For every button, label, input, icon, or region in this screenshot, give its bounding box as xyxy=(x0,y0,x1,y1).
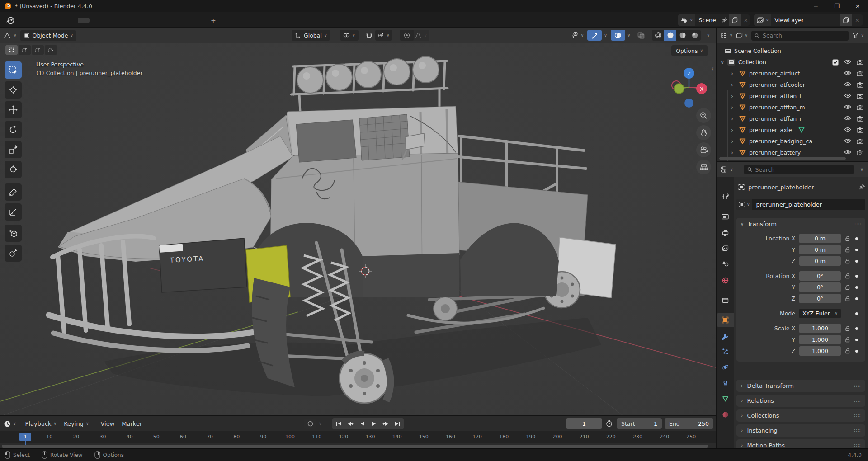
tab-material[interactable] xyxy=(717,408,734,421)
lock-icon[interactable] xyxy=(845,273,851,279)
object-name-field[interactable]: prerunner_plateholder xyxy=(752,199,865,210)
timeline-editor-type-button[interactable]: ∨ xyxy=(4,420,16,428)
panel-drag-handle[interactable]: ∷∷ xyxy=(854,413,861,418)
timeline-ruler[interactable]: 1020304050607080901001101201301401501601… xyxy=(0,431,716,443)
viewport-3d-canvas[interactable]: TOYOTA xyxy=(0,43,716,416)
collapsed-panel-header[interactable]: › Delta Transform ∷∷ xyxy=(736,380,865,392)
menu-item[interactable] xyxy=(47,18,57,23)
expand-icon[interactable]: › xyxy=(731,81,736,88)
pivot-point-dropdown[interactable]: ∨ xyxy=(340,30,359,41)
keying-menu[interactable]: Keying∨ xyxy=(60,419,92,429)
tab-view-layer[interactable] xyxy=(717,242,734,255)
workspace-tab[interactable] xyxy=(113,18,125,23)
transform-panel-header[interactable]: ∨ Transform ∷∷ xyxy=(736,218,865,230)
divider[interactable] xyxy=(716,161,868,162)
viewport-menu-item[interactable] xyxy=(95,34,104,38)
frame-start-field[interactable]: Start1 xyxy=(617,418,662,429)
outliner-search-input[interactable] xyxy=(762,32,845,39)
outliner-scrollbar[interactable] xyxy=(719,157,846,160)
jump-to-end-button[interactable] xyxy=(392,419,403,428)
zoom-button[interactable] xyxy=(696,108,711,123)
collapsed-panel-header[interactable]: › Collections ∷∷ xyxy=(736,409,865,422)
outliner-object-row[interactable]: › prerunner_atffan_m xyxy=(717,102,868,113)
play-reverse-button[interactable] xyxy=(357,419,368,428)
transform-value-field[interactable]: 0°∨ xyxy=(799,282,841,292)
transform-value-field[interactable]: 0°∨ xyxy=(799,271,841,281)
collapsed-panel-header[interactable]: › Relations ∷∷ xyxy=(736,395,865,407)
lock-icon[interactable] xyxy=(845,348,851,354)
stopwatch-icon[interactable] xyxy=(606,420,613,427)
outliner-collection-row[interactable]: ∨ Collection xyxy=(717,56,868,68)
viewport-3d[interactable]: TOYOTA xyxy=(0,43,716,416)
lock-icon[interactable] xyxy=(845,337,851,343)
panel-drag-handle[interactable]: ∷∷ xyxy=(854,398,861,403)
prev-keyframe-button[interactable] xyxy=(345,419,356,428)
hide-in-viewport-eye-icon[interactable] xyxy=(844,150,851,155)
hide-in-viewport-eye-icon[interactable] xyxy=(844,82,851,88)
measure-tool[interactable] xyxy=(5,203,22,221)
workspace-tab[interactable] xyxy=(125,18,137,23)
disable-in-renders-camera-icon[interactable] xyxy=(857,71,863,76)
auto-keying-toggle[interactable]: ∨ xyxy=(304,419,322,429)
navigation-gizmo[interactable]: Z X xyxy=(668,66,710,108)
disable-in-renders-camera-icon[interactable] xyxy=(857,93,863,99)
select-mode-invert-button[interactable] xyxy=(45,45,57,55)
disable-in-renders-camera-icon[interactable] xyxy=(857,138,863,144)
expand-icon[interactable]: › xyxy=(731,70,736,77)
outliner-object-row[interactable]: › prerunner_atffan_l xyxy=(717,90,868,102)
keyframe-dot[interactable] xyxy=(855,297,858,300)
menu-item[interactable] xyxy=(37,18,47,23)
transform-value-field[interactable]: 0 m∨ xyxy=(799,234,841,243)
frame-end-field[interactable]: End250 xyxy=(665,418,713,429)
add-cube-tool[interactable] xyxy=(5,225,22,242)
keyframe-dot[interactable] xyxy=(855,350,858,353)
collapse-sidebar-icon[interactable]: ‹ xyxy=(711,65,714,73)
pan-hand-button[interactable] xyxy=(696,125,711,140)
lock-icon[interactable] xyxy=(845,258,851,264)
hide-in-viewport-eye-icon[interactable] xyxy=(844,59,851,66)
new-scene-button[interactable] xyxy=(729,14,741,26)
keyframe-dot[interactable] xyxy=(855,327,858,330)
properties-search[interactable] xyxy=(744,165,854,174)
transform-value-field[interactable]: 1.000∨ xyxy=(799,346,841,356)
outliner-object-row[interactable]: › prerunner_badging_ca xyxy=(717,136,868,147)
annotate-tool[interactable] xyxy=(5,183,22,201)
breadcrumb-object-name[interactable]: prerunner_plateholder xyxy=(748,184,814,191)
view-menu[interactable]: View xyxy=(97,419,118,429)
menu-item[interactable] xyxy=(27,18,37,23)
timeline-scrollbar[interactable] xyxy=(2,445,708,448)
tab-object-data[interactable] xyxy=(717,392,734,405)
scene-name[interactable]: Scene xyxy=(695,17,720,24)
divider[interactable] xyxy=(716,28,717,461)
divider[interactable] xyxy=(0,415,716,416)
marker-menu[interactable]: Marker xyxy=(118,419,146,429)
current-frame-field[interactable]: 1 xyxy=(566,418,602,429)
outliner-object-row[interactable]: › prerunner_axle xyxy=(717,124,868,136)
remove-viewlayer-button[interactable]: × xyxy=(852,17,863,24)
viewlayer-browse-button[interactable]: ∨ xyxy=(754,14,771,26)
viewport-options-button[interactable]: Options∨ xyxy=(671,45,708,56)
workspace-tab[interactable] xyxy=(78,18,90,23)
workspace-tab[interactable] xyxy=(195,18,207,23)
snap-magnet-toggle[interactable] xyxy=(362,30,376,41)
disable-in-renders-camera-icon[interactable] xyxy=(857,104,863,110)
outliner-editor-type-button[interactable]: ∨ xyxy=(721,33,733,38)
workspace-tab[interactable] xyxy=(148,18,160,23)
outliner-object-row[interactable]: › prerunner_atfcooler xyxy=(717,79,868,90)
scale-tool[interactable] xyxy=(5,141,22,158)
transform-value-field[interactable]: 0 m∨ xyxy=(799,245,841,254)
panel-drag-handle[interactable]: ∷∷ xyxy=(854,428,861,433)
disable-in-renders-camera-icon[interactable] xyxy=(857,150,863,155)
expand-icon[interactable]: › xyxy=(731,127,736,133)
outliner-object-row[interactable]: › prerunner_atffan_r xyxy=(717,113,868,124)
scene-browse-button[interactable]: ∨ xyxy=(678,14,695,26)
select-mode-set-button[interactable] xyxy=(5,45,18,55)
collapsed-panel-header[interactable]: › Instancing ∷∷ xyxy=(736,424,865,437)
overlays-toggle[interactable]: ∨ xyxy=(611,30,631,41)
collection-checkbox[interactable] xyxy=(832,59,839,66)
outliner-object-row[interactable]: › prerunner_airduct xyxy=(717,68,868,79)
transform-orientation-dropdown[interactable]: Global ∨ xyxy=(292,30,330,41)
select-box-tool[interactable] xyxy=(5,61,22,79)
camera-view-button[interactable] xyxy=(696,142,711,157)
hide-in-viewport-eye-icon[interactable] xyxy=(844,71,851,76)
